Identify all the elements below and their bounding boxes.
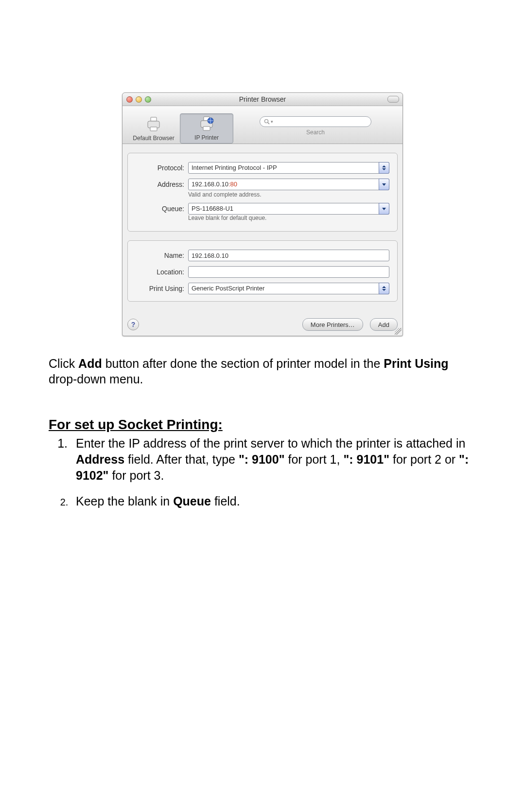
step-2: Keep the blank in Queue field. <box>71 493 476 509</box>
queue-hint: Leave blank for default queue. <box>188 215 389 221</box>
ip-printer-button[interactable]: IP Printer <box>180 113 233 144</box>
window-titlebar: Printer Browser <box>122 93 402 106</box>
printer-info-panel: Name: Location: Print Using: Generic Pos… <box>127 240 398 302</box>
search-label: Search <box>306 129 325 136</box>
queue-label: Queue: <box>136 205 188 213</box>
address-hint: Valid and complete address. <box>188 191 389 198</box>
svg-point-7 <box>265 119 268 123</box>
toolbar: Default Browser IP Printer <box>122 106 402 144</box>
search-icon <box>264 119 270 125</box>
queue-field[interactable]: PS-116688-U1 <box>188 203 389 215</box>
svg-rect-2 <box>150 127 157 131</box>
help-button[interactable]: ? <box>127 319 139 330</box>
paragraph-1: Click Add button after done the section … <box>49 356 476 387</box>
dropdown-arrow-icon[interactable] <box>379 203 389 215</box>
svg-rect-0 <box>151 117 157 121</box>
print-using-label: Print Using: <box>136 285 188 292</box>
location-label: Location: <box>136 268 188 276</box>
address-field[interactable]: 192.168.0.10:80 <box>188 179 389 190</box>
protocol-select[interactable]: Internet Printing Protocol - IPP <box>188 162 389 174</box>
window-title: Printer Browser <box>122 95 402 103</box>
steps-list: Enter the IP address of the print server… <box>49 435 476 509</box>
toolbar-pill-icon[interactable] <box>387 96 399 103</box>
default-browser-button[interactable]: Default Browser <box>127 114 180 144</box>
name-field[interactable] <box>188 250 389 261</box>
printer-icon <box>127 114 180 134</box>
more-printers-button[interactable]: More Printers… <box>302 318 363 331</box>
name-label: Name: <box>136 252 188 259</box>
select-arrows-icon[interactable] <box>379 283 389 294</box>
document-body: Click Add button after done the section … <box>49 356 476 509</box>
location-field[interactable] <box>188 266 389 278</box>
add-button[interactable]: Add <box>370 318 398 331</box>
dropdown-arrow-icon[interactable] <box>379 179 389 190</box>
step-1: Enter the IP address of the print server… <box>71 435 476 484</box>
svg-rect-5 <box>203 126 210 130</box>
select-arrows-icon[interactable] <box>379 162 389 174</box>
svg-line-8 <box>268 123 269 124</box>
resize-grip-icon[interactable] <box>395 328 402 335</box>
address-label: Address: <box>136 180 188 188</box>
ip-printer-icon <box>180 114 233 133</box>
connection-panel: Protocol: Internet Printing Protocol - I… <box>127 153 398 232</box>
search-input[interactable]: ▾ <box>260 116 371 127</box>
print-using-select[interactable]: Generic PostScript Printer <box>188 283 389 294</box>
section-heading: For set up Socket Printing: <box>49 416 476 433</box>
protocol-label: Protocol: <box>136 164 188 172</box>
printer-browser-screenshot: Printer Browser Default Browser <box>49 92 476 336</box>
printer-browser-window: Printer Browser Default Browser <box>122 92 403 336</box>
